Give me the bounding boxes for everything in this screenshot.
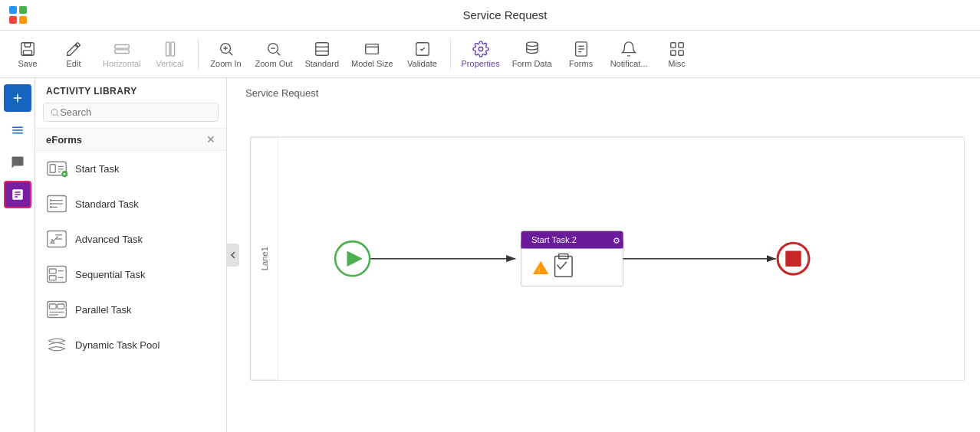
icon-bar-chat[interactable] (4, 149, 31, 176)
search-input[interactable] (60, 106, 212, 118)
svg-rect-27 (678, 42, 682, 47)
svg-rect-28 (670, 50, 675, 54)
sequential-task-icon (46, 263, 67, 285)
advanced-task-icon (46, 228, 67, 250)
end-square (785, 250, 801, 266)
start-task-icon (46, 158, 67, 179)
plus-icon (11, 91, 25, 105)
zoom-in-button[interactable]: Zoom In (205, 38, 248, 71)
canvas-area[interactable]: Service Request Lane1 (227, 78, 980, 432)
zoom-out-button[interactable]: Zoom Out (251, 38, 298, 71)
list-item[interactable]: Standard Task (35, 186, 226, 221)
svg-rect-17 (366, 44, 379, 54)
search-icon (50, 107, 60, 118)
list-item[interactable]: Dynamic Task Pool (35, 327, 226, 362)
divider-2 (450, 39, 451, 70)
notifications-button[interactable]: Notificat... (606, 38, 653, 71)
svg-rect-2 (24, 50, 32, 54)
chevron-left-icon (229, 251, 237, 259)
divider-1 (198, 39, 199, 70)
standard-icon (314, 41, 331, 57)
eforms-header: eForms ✕ (35, 128, 226, 151)
misc-icon (669, 41, 686, 57)
task-gear-icon[interactable]: ⚙ (613, 236, 620, 245)
svg-rect-29 (678, 50, 682, 54)
svg-rect-4 (115, 49, 129, 53)
svg-rect-51 (49, 269, 56, 273)
edit-button[interactable]: Edit (52, 38, 95, 71)
parallel-task-icon (46, 299, 67, 320)
save-button[interactable]: Save (6, 38, 49, 71)
dynamic-task-pool-icon (46, 334, 67, 355)
lane-label: Lane1 (260, 247, 269, 270)
canvas-title: Service Request (245, 87, 318, 99)
icon-bar (0, 78, 35, 432)
horizontal-icon (113, 41, 130, 57)
validate-button[interactable]: Validate (401, 38, 444, 71)
notification-icon (620, 41, 637, 57)
activity-list: Start Task Standard Task (35, 151, 226, 432)
forms-button[interactable]: Forms (560, 38, 603, 71)
toolbar: Save Edit Horizontal Vertical Zoom In (0, 31, 980, 78)
task-node[interactable]: Start Task.2 ⚙ ! (521, 231, 623, 286)
list-item[interactable]: Parallel Task (35, 292, 226, 327)
chat-icon (11, 155, 25, 169)
collapse-panel-button[interactable] (227, 244, 239, 267)
icon-bar-add[interactable] (4, 84, 31, 112)
task-label: Start Task.2 (531, 235, 577, 244)
vertical-button[interactable]: Vertical (149, 38, 192, 71)
svg-point-44 (50, 203, 52, 205)
main-layout: ACTIVITY LIBRARY eForms ✕ (0, 78, 980, 432)
svg-rect-3 (115, 44, 129, 48)
standard-task-icon (46, 193, 67, 214)
properties-button[interactable]: Properties (457, 38, 505, 71)
svg-line-31 (57, 114, 58, 116)
vertical-icon (162, 41, 179, 57)
eforms-close-button[interactable]: ✕ (206, 133, 215, 146)
list-item[interactable]: Advanced Task (35, 221, 226, 257)
svg-line-12 (277, 52, 280, 55)
form-data-button[interactable]: Form Data (508, 38, 557, 71)
svg-point-20 (478, 47, 483, 51)
svg-rect-26 (670, 42, 675, 47)
svg-rect-6 (170, 41, 174, 55)
properties-icon (472, 41, 489, 57)
model-size-icon (363, 41, 380, 57)
icon-bar-list[interactable] (4, 116, 31, 144)
form-data-icon (524, 41, 541, 57)
svg-rect-5 (166, 41, 169, 55)
list-icon (11, 123, 25, 137)
list-item[interactable]: Start Task (35, 151, 226, 186)
model-size-button[interactable]: Model Size (347, 38, 397, 71)
activity-library-header: ACTIVITY LIBRARY (35, 78, 226, 103)
page-title: Service Request (39, 8, 971, 21)
zoom-in-icon (218, 41, 235, 57)
svg-rect-14 (316, 42, 329, 55)
forms-active-icon (11, 188, 25, 201)
zoom-out-icon (265, 41, 282, 57)
horizontal-button[interactable]: Horizontal (98, 38, 146, 71)
forms-icon (573, 41, 590, 57)
workflow-svg: Lane1 Start Task.2 (227, 109, 980, 432)
validate-icon (414, 41, 431, 57)
standard-button[interactable]: Standard (300, 38, 344, 71)
warning-exclaim: ! (538, 267, 540, 274)
edit-icon (65, 41, 82, 57)
svg-rect-56 (49, 304, 56, 309)
icon-bar-forms[interactable] (4, 181, 31, 208)
search-box[interactable] (43, 103, 219, 122)
workflow-diagram[interactable]: Lane1 Start Task.2 (227, 109, 980, 432)
misc-button[interactable]: Misc (656, 38, 699, 71)
svg-line-8 (229, 52, 232, 55)
svg-point-21 (526, 41, 538, 46)
activity-library-panel: ACTIVITY LIBRARY eForms ✕ (35, 78, 227, 432)
top-bar: Service Request (0, 0, 980, 31)
list-item[interactable]: Sequential Task (35, 257, 226, 292)
svg-rect-52 (49, 276, 56, 280)
svg-point-30 (51, 109, 58, 115)
svg-point-43 (50, 199, 52, 201)
save-icon (19, 41, 36, 57)
svg-rect-1 (25, 42, 30, 47)
eforms-label: eForms (46, 134, 82, 146)
app-logo (9, 6, 27, 24)
